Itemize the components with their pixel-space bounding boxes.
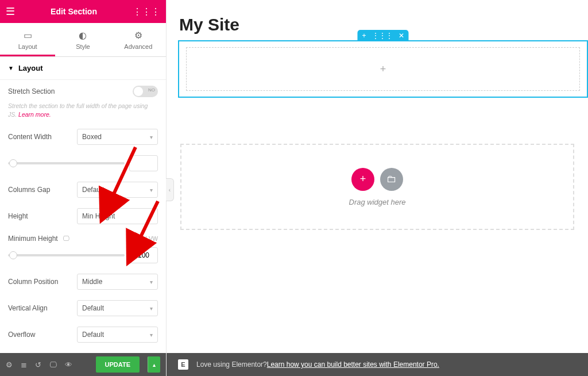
slider-thumb[interactable] [9, 251, 17, 259]
unit-vh[interactable]: VH [139, 236, 147, 242]
switch-knob [134, 87, 143, 96]
drop-text: Drag widget here [349, 198, 406, 206]
panel-collapse-handle[interactable]: ‹ [166, 178, 174, 201]
widgets-grid-icon[interactable]: ⋮⋮⋮ [133, 6, 160, 17]
content-width-slider[interactable] [8, 162, 125, 164]
settings-icon[interactable]: ⚙ [6, 360, 13, 369]
height-select[interactable]: Min Height [77, 208, 158, 224]
bottom-promo-bar: E Love using Elementor? Learn how you ca… [167, 353, 588, 376]
tab-label: Style [76, 43, 90, 50]
tab-layout[interactable]: ▭ Layout [0, 23, 55, 56]
navigator-icon[interactable]: ≣ [21, 360, 27, 369]
control-stretch-section: Stretch Section NO [8, 86, 158, 97]
responsive-icon[interactable]: 🖵 [63, 235, 69, 243]
panel-tabs: ▭ Layout ◐ Style ⚙ Advanced [0, 23, 166, 57]
section-add-icon[interactable]: + [362, 32, 366, 40]
min-height-label: Minimum Height [8, 235, 58, 243]
overflow-label: Overflow [8, 331, 77, 339]
editor-panel: ☰ Edit Section ⋮⋮⋮ ▭ Layout ◐ Style ⚙ Ad… [0, 0, 167, 376]
content-width-input[interactable] [129, 155, 158, 171]
panel-footer: ⚙ ≣ ↺ 🖵 👁 UPDATE ▴ [0, 353, 166, 376]
unit-px[interactable]: PX [130, 236, 137, 242]
unit-vw[interactable]: VW [149, 236, 158, 242]
tab-label: Advanced [124, 43, 152, 50]
promo-text: Love using Elementor? [196, 360, 267, 369]
drop-zone[interactable]: + 🗀 Drag widget here [180, 144, 574, 230]
height-label: Height [8, 212, 77, 220]
promo-link[interactable]: Learn how you can build better sites wit… [267, 360, 439, 369]
layout-icon: ▭ [0, 30, 55, 41]
stretch-label: Stretch Section [8, 87, 77, 95]
vertical-align-select[interactable]: Default [77, 300, 158, 316]
caret-down-icon: ▼ [8, 65, 14, 71]
section-handle[interactable]: + ⋮⋮⋮ ✕ [357, 30, 408, 41]
column-position-select[interactable]: Middle [77, 274, 158, 290]
columns-gap-label: Columns Gap [8, 186, 77, 194]
column-position-label: Column Position [8, 278, 77, 286]
menu-icon[interactable]: ☰ [6, 5, 15, 18]
learn-more-link[interactable]: Learn more. [18, 111, 51, 118]
stretch-help: Stretch the section to the full width of… [8, 102, 158, 118]
overflow-select[interactable]: Default [77, 327, 158, 343]
section-drag-icon[interactable]: ⋮⋮⋮ [372, 32, 393, 40]
vertical-align-label: Vertical Align [8, 304, 77, 312]
stretch-switch[interactable]: NO [133, 86, 158, 97]
section-delete-icon[interactable]: ✕ [399, 32, 404, 40]
content-width-select[interactable]: Boxed [77, 129, 158, 145]
min-height-input[interactable] [129, 247, 158, 263]
section-column[interactable]: + [186, 47, 580, 91]
tab-label: Layout [18, 43, 37, 50]
switch-text: NO [148, 87, 155, 93]
tab-style[interactable]: ◐ Style [55, 23, 110, 56]
column-add-icon[interactable]: + [380, 63, 386, 75]
elementor-logo-icon: E [178, 359, 188, 370]
update-button[interactable]: UPDATE [96, 356, 140, 373]
tab-advanced[interactable]: ⚙ Advanced [111, 23, 166, 56]
accordion-title: Layout [18, 64, 43, 72]
preview-area: My Site + ⋮⋮⋮ ✕ + + 🗀 Drag wid [167, 0, 588, 376]
panel-header: ☰ Edit Section ⋮⋮⋮ [0, 0, 166, 23]
advanced-icon: ⚙ [111, 30, 166, 41]
style-icon: ◐ [55, 30, 110, 41]
accordion-layout[interactable]: ▼ Layout [0, 57, 166, 80]
preview-icon[interactable]: 👁 [65, 360, 72, 369]
folder-icon: 🗀 [386, 173, 397, 185]
responsive-mode-icon[interactable]: 🖵 [49, 360, 57, 369]
unit-switcher[interactable]: PX VH VW [130, 236, 158, 242]
panel-title: Edit Section [15, 7, 133, 16]
history-icon[interactable]: ↺ [35, 360, 41, 369]
columns-gap-select[interactable]: Default [77, 182, 158, 198]
content-width-label: Content Width [8, 133, 77, 141]
update-options-button[interactable]: ▴ [148, 356, 160, 373]
slider-thumb[interactable] [9, 159, 17, 167]
add-template-button[interactable]: 🗀 [380, 168, 403, 191]
selected-section[interactable]: + ⋮⋮⋮ ✕ + [178, 40, 588, 98]
controls-container: Stretch Section NO Stretch the section t… [0, 80, 166, 353]
add-section-button[interactable]: + [351, 168, 374, 191]
min-height-slider[interactable] [8, 254, 125, 256]
